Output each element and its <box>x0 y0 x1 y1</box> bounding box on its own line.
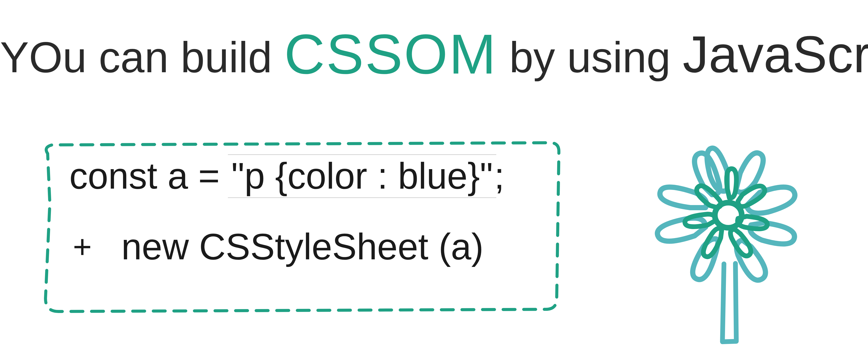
flower-icon <box>639 143 816 350</box>
headline: YOu can build CSSOM by using JavaScript <box>0 26 868 82</box>
headline-part1: YOu can build <box>0 33 284 81</box>
code-line-2: + new CSStyleSheet (a) <box>69 226 504 267</box>
headline-accent: CSSOM <box>284 23 497 85</box>
code-box: const a = "p {color : blue}"; + new CSSt… <box>39 138 563 316</box>
code-line1-prefix: const a = <box>69 155 230 197</box>
plus-icon: + <box>69 229 95 264</box>
headline-big: JavaScript <box>683 25 868 83</box>
code-line1-string: "p {color : blue}" <box>230 156 494 196</box>
code-line1-suffix: ; <box>494 155 504 197</box>
code-line2-text: new CSStyleSheet (a) <box>121 226 484 267</box>
diagram-stage: YOu can build CSSOM by using JavaScript … <box>0 0 868 353</box>
code-content: const a = "p {color : blue}"; + new CSSt… <box>69 156 504 267</box>
headline-part2: by using <box>509 33 683 81</box>
svg-point-0 <box>715 203 742 228</box>
code-line-1: const a = "p {color : blue}"; <box>69 156 504 196</box>
